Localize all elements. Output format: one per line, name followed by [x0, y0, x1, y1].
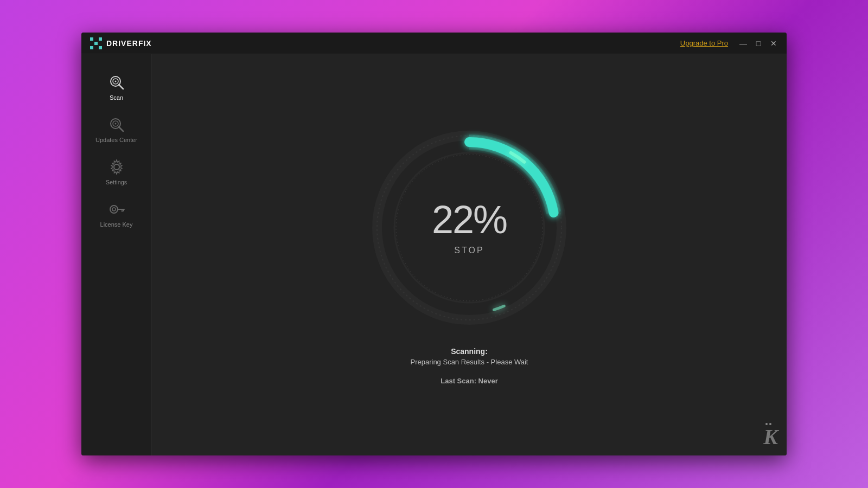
svg-point-9 [110, 206, 118, 213]
sidebar-item-license-key[interactable]: License Key [81, 192, 151, 234]
license-key-icon [108, 201, 125, 218]
scanning-info: Scanning: Preparing Scan Results - Pleas… [410, 347, 528, 366]
logo-icon [90, 37, 102, 49]
k-watermark-letter: K [763, 425, 778, 449]
sidebar-scan-label: Scan [110, 94, 123, 101]
progress-percent: 22% [432, 200, 507, 239]
last-scan-label: Last Scan: Never [441, 377, 498, 385]
upgrade-link[interactable]: Upgrade to Pro [680, 39, 728, 47]
svg-point-8 [114, 164, 119, 170]
app-body: Scan Updates Center Settings [81, 54, 787, 455]
svg-line-1 [119, 85, 123, 89]
titlebar: DRIVERFIX Upgrade to Pro — □ ✕ [81, 33, 787, 54]
svg-point-7 [114, 123, 116, 125]
sidebar-item-settings[interactable]: Settings [81, 150, 151, 192]
updates-center-icon [108, 116, 125, 133]
maximize-button[interactable]: □ [754, 39, 763, 48]
svg-line-5 [119, 127, 123, 131]
sidebar: Scan Updates Center Settings [81, 54, 152, 455]
minimize-button[interactable]: — [739, 39, 748, 48]
sidebar-updates-label: Updates Center [95, 137, 137, 143]
scan-icon [108, 74, 125, 91]
scan-progress-circle: 22% STOP [366, 125, 572, 331]
scanning-subtitle: Preparing Scan Results - Please Wait [410, 358, 528, 366]
logo-pixel [90, 37, 93, 41]
close-button[interactable]: ✕ [769, 39, 778, 48]
k-watermark-container: K [763, 422, 778, 448]
sidebar-item-updates-center[interactable]: Updates Center [81, 107, 151, 150]
titlebar-right: Upgrade to Pro — □ ✕ [680, 39, 778, 48]
app-title: DRIVERFIX [106, 39, 152, 48]
sidebar-license-label: License Key [100, 221, 133, 228]
stop-button[interactable]: STOP [454, 246, 484, 255]
window-controls: — □ ✕ [739, 39, 778, 48]
svg-point-10 [112, 208, 116, 211]
scanning-title: Scanning: [410, 347, 528, 356]
sidebar-item-scan[interactable]: Scan [81, 65, 151, 107]
main-content: 22% STOP Scanning: Preparing Scan Result… [152, 54, 787, 455]
settings-icon [108, 158, 125, 176]
sidebar-settings-label: Settings [106, 179, 127, 185]
svg-point-3 [114, 81, 116, 82]
circle-center: 22% STOP [432, 200, 507, 255]
app-logo: DRIVERFIX [90, 37, 152, 49]
app-window: DRIVERFIX Upgrade to Pro — □ ✕ Scan [81, 33, 787, 455]
